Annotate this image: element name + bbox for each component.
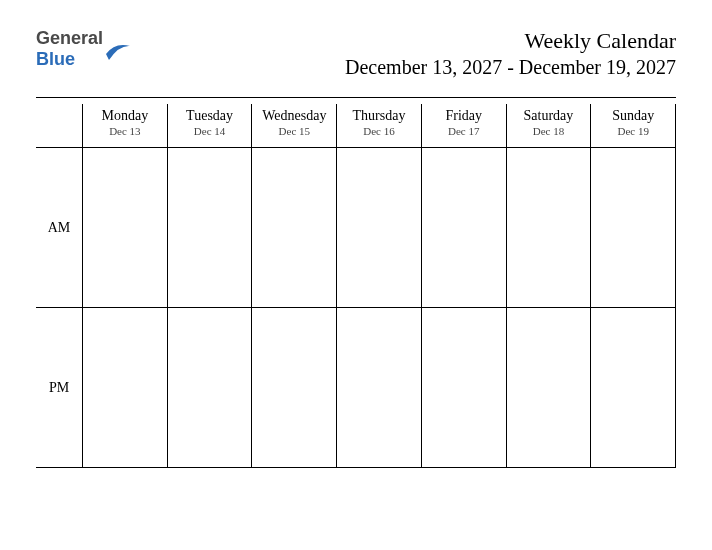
page-title: Weekly Calendar — [345, 28, 676, 54]
day-name: Monday — [83, 108, 167, 124]
swoosh-icon — [105, 40, 131, 67]
pm-cell — [337, 308, 421, 468]
brand-part1: General — [36, 28, 103, 48]
day-col-saturday: Saturday Dec 18 — [506, 104, 591, 468]
day-name: Saturday — [507, 108, 591, 124]
day-col-wednesday: Wednesday Dec 15 — [251, 104, 336, 468]
day-name: Wednesday — [252, 108, 336, 124]
day-date: Dec 18 — [507, 125, 591, 137]
brand-logo: General Blue — [36, 28, 131, 70]
am-cell — [591, 148, 675, 308]
day-name: Sunday — [591, 108, 675, 124]
day-date: Dec 19 — [591, 125, 675, 137]
day-name: Thursday — [337, 108, 421, 124]
am-cell — [337, 148, 421, 308]
day-header: Thursday Dec 16 — [337, 104, 421, 148]
day-date: Dec 13 — [83, 125, 167, 137]
period-labels: AM PM — [36, 104, 82, 468]
day-col-monday: Monday Dec 13 — [82, 104, 167, 468]
am-cell — [168, 148, 252, 308]
pm-cell — [252, 308, 336, 468]
day-col-friday: Friday Dec 17 — [421, 104, 506, 468]
day-col-sunday: Sunday Dec 19 — [590, 104, 676, 468]
am-cell — [83, 148, 167, 308]
am-label: AM — [36, 148, 82, 308]
day-date: Dec 16 — [337, 125, 421, 137]
day-date: Dec 17 — [422, 125, 506, 137]
period-header-spacer — [36, 104, 82, 148]
pm-cell — [422, 308, 506, 468]
day-columns: Monday Dec 13 Tuesday Dec 14 Wednesday D… — [82, 104, 676, 468]
pm-cell — [168, 308, 252, 468]
day-name: Tuesday — [168, 108, 252, 124]
day-header: Monday Dec 13 — [83, 104, 167, 148]
title-block: Weekly Calendar December 13, 2027 - Dece… — [345, 28, 676, 79]
day-date: Dec 15 — [252, 125, 336, 137]
pm-cell — [591, 308, 675, 468]
day-header: Sunday Dec 19 — [591, 104, 675, 148]
header-divider — [36, 97, 676, 98]
day-header: Friday Dec 17 — [422, 104, 506, 148]
day-col-tuesday: Tuesday Dec 14 — [167, 104, 252, 468]
header: General Blue Weekly Calendar December 13… — [36, 28, 676, 79]
pm-label: PM — [36, 308, 82, 468]
page-subtitle: December 13, 2027 - December 19, 2027 — [345, 56, 676, 79]
day-header: Saturday Dec 18 — [507, 104, 591, 148]
day-header: Wednesday Dec 15 — [252, 104, 336, 148]
day-date: Dec 14 — [168, 125, 252, 137]
day-col-thursday: Thursday Dec 16 — [336, 104, 421, 468]
am-cell — [507, 148, 591, 308]
calendar-grid: AM PM Monday Dec 13 Tuesday Dec 14 Wedne… — [36, 104, 676, 468]
pm-cell — [507, 308, 591, 468]
brand-text: General Blue — [36, 28, 103, 70]
brand-part2: Blue — [36, 49, 75, 69]
day-header: Tuesday Dec 14 — [168, 104, 252, 148]
pm-cell — [83, 308, 167, 468]
am-cell — [252, 148, 336, 308]
am-cell — [422, 148, 506, 308]
day-name: Friday — [422, 108, 506, 124]
